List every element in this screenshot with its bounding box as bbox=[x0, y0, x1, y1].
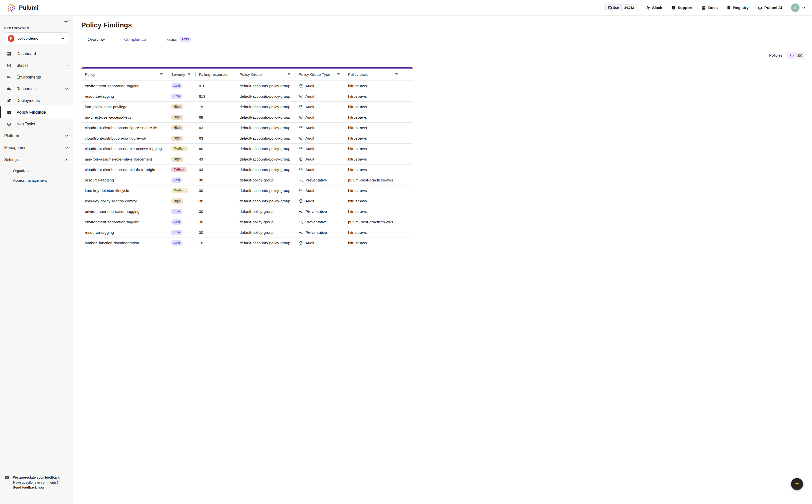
pulumi-logo[interactable]: Pulumi bbox=[6, 3, 38, 13]
policy-pack-cell: hitrust-aws bbox=[345, 133, 403, 143]
sidebar-subitem-access-management[interactable]: Access management bbox=[0, 175, 73, 185]
filter-icon[interactable] bbox=[337, 73, 341, 77]
table-row[interactable]: lambda-function-documentationLow18defaul… bbox=[81, 238, 406, 248]
table-row[interactable]: environment-separation-taggingLow30defau… bbox=[81, 206, 406, 217]
policy-cell: kms-key-deletion-lifecycle bbox=[81, 185, 168, 196]
policy-pack-cell: hitrust-aws bbox=[345, 227, 403, 238]
column-header-policy: Policy bbox=[81, 69, 168, 81]
severity-cell: Low bbox=[168, 81, 195, 91]
audit-icon bbox=[299, 94, 303, 99]
tab-overview[interactable]: Overview bbox=[82, 34, 111, 45]
policy-group-type-cell: Audit bbox=[295, 185, 345, 196]
table-row[interactable]: iam-policy-least-privilegeHigh152default… bbox=[81, 101, 406, 112]
policy-group-type-cell: Audit bbox=[295, 133, 345, 143]
type-label: Audit bbox=[306, 136, 314, 141]
table-row[interactable]: environment-separation-taggingLow810defa… bbox=[81, 81, 406, 91]
preventative-icon bbox=[299, 230, 303, 235]
extra-cell bbox=[403, 123, 406, 133]
type-label: Audit bbox=[306, 188, 314, 193]
sidebar-item-resources[interactable]: Resources bbox=[0, 83, 73, 95]
severity-cell: High bbox=[168, 154, 195, 164]
failing-resources-cell: 30 bbox=[195, 206, 236, 217]
sidebar-item-dashboard[interactable]: Dashboard bbox=[0, 48, 73, 60]
type-label: Audit bbox=[306, 115, 314, 120]
filter-icon[interactable] bbox=[187, 73, 191, 77]
pulumi-logo-icon bbox=[6, 3, 16, 13]
table-row[interactable]: environment-separation-taggingLow30defau… bbox=[81, 217, 406, 227]
sidebar-item-stacks[interactable]: Stacks bbox=[0, 60, 73, 71]
policy-cell: cloudfront-distribution-enable-tls-to-or… bbox=[81, 165, 168, 175]
failing-resources-cell: 613 bbox=[195, 91, 236, 101]
table-row[interactable]: cloudfront-distribution-configure-secure… bbox=[81, 122, 406, 133]
chevron-up-icon bbox=[65, 158, 69, 162]
filter-icon[interactable] bbox=[395, 73, 399, 77]
rocket-icon bbox=[6, 98, 12, 103]
severity-cell: High bbox=[168, 196, 195, 206]
dashboard-icon bbox=[6, 51, 12, 56]
severity-cell: Medium bbox=[168, 144, 195, 154]
sidebar-item-label: Environments bbox=[16, 75, 41, 80]
type-label: Audit bbox=[306, 126, 314, 130]
table-row[interactable]: no-direct-user-access-keysHigh68default-… bbox=[81, 112, 406, 122]
tab-label: Compliance bbox=[124, 37, 146, 42]
tab-issues[interactable]: Issues2833 bbox=[159, 34, 197, 45]
policy-pack-cell: hitrust-aws bbox=[345, 238, 403, 248]
severity-cell: Critical bbox=[168, 165, 195, 175]
audit-icon bbox=[299, 241, 303, 245]
tab-bar: OverviewComplianceIssues2833 bbox=[81, 34, 406, 45]
policy-group-cell: default-policy-group bbox=[236, 227, 295, 238]
filter-icon[interactable] bbox=[160, 73, 164, 77]
extra-cell bbox=[403, 165, 406, 175]
policy-group-type-cell: Preventative bbox=[295, 206, 345, 217]
policy-pack-cell: hitrust-aws bbox=[345, 81, 403, 91]
policy-pack-cell: hitrust-aws bbox=[345, 196, 403, 206]
severity-badge: Critical bbox=[171, 167, 187, 172]
policy-cell: resource-tagging bbox=[81, 227, 168, 238]
policy-group-cell: default-accounts-policy-group bbox=[236, 112, 295, 122]
sidebar-group-management[interactable]: Management bbox=[0, 142, 73, 154]
sidebar-item-label: Dashboard bbox=[16, 52, 36, 56]
severity-cell: Low bbox=[168, 91, 195, 101]
collapse-sidebar-icon[interactable] bbox=[64, 19, 69, 24]
table-row[interactable]: resource-taggingLow30default-policy-grou… bbox=[81, 175, 406, 185]
sidebar-item-policy-findings[interactable]: Policy Findings bbox=[0, 106, 73, 118]
column-header-extra bbox=[403, 69, 406, 81]
policy-pack-cell: hitrust-aws bbox=[345, 123, 403, 133]
organization-avatar: P bbox=[8, 35, 14, 42]
sidebar-group-platform[interactable]: Platform bbox=[0, 130, 73, 142]
policy-group-type-cell: Audit bbox=[295, 123, 345, 133]
table-row[interactable]: cloudfront-distribution-enable-access-lo… bbox=[81, 143, 406, 154]
table-row[interactable]: cloudfront-distribution-enable-tls-to-or… bbox=[81, 164, 406, 175]
table-row[interactable]: resource-taggingLow613default-accounts-p… bbox=[81, 91, 406, 101]
severity-badge: Low bbox=[171, 94, 182, 99]
extra-cell bbox=[403, 175, 406, 185]
severity-cell: High bbox=[168, 112, 195, 122]
severity-badge: Low bbox=[171, 240, 182, 246]
audit-icon bbox=[299, 84, 303, 88]
organization-selector[interactable]: P policy-demo bbox=[4, 32, 69, 44]
sidebar-item-neo-tasks[interactable]: Neo Tasks bbox=[0, 118, 73, 130]
policy-group-type-cell: Audit bbox=[295, 196, 345, 206]
table-row[interactable]: iam-role-assume-role-mfa-enforcementHigh… bbox=[81, 154, 406, 164]
column-header-policy-group: Policy Group bbox=[236, 69, 295, 81]
policy-group-cell: default-accounts-policy-group bbox=[236, 123, 295, 133]
audit-icon bbox=[299, 157, 303, 162]
table-row[interactable]: kms-key-deletion-lifecycleMedium30defaul… bbox=[81, 185, 406, 196]
audit-icon bbox=[299, 115, 303, 120]
policy-cell: environment-separation-tagging bbox=[81, 217, 168, 227]
type-label: Audit bbox=[306, 168, 314, 172]
tab-compliance[interactable]: Compliance bbox=[118, 34, 152, 45]
column-label: Policy pack bbox=[348, 72, 368, 77]
policy-cell: kms-key-policy-access-control bbox=[81, 196, 168, 206]
sidebar-item-deployments[interactable]: Deployments bbox=[0, 95, 73, 106]
filter-icon[interactable] bbox=[287, 73, 292, 77]
column-label: Failing resources bbox=[199, 72, 228, 77]
sidebar-item-environments[interactable]: Environments bbox=[0, 71, 73, 83]
sidebar-subitem-organization[interactable]: Organization bbox=[0, 166, 73, 175]
table-row[interactable]: resource-taggingLow30default-policy-grou… bbox=[81, 227, 406, 238]
chevron-down-icon bbox=[65, 87, 69, 91]
sidebar-group-settings[interactable]: Settings bbox=[0, 154, 73, 166]
severity-badge: Low bbox=[171, 83, 182, 88]
table-row[interactable]: kms-key-policy-access-controlHigh30defau… bbox=[81, 196, 406, 206]
table-row[interactable]: cloudfront-distribution-configure-wafHig… bbox=[81, 133, 406, 143]
